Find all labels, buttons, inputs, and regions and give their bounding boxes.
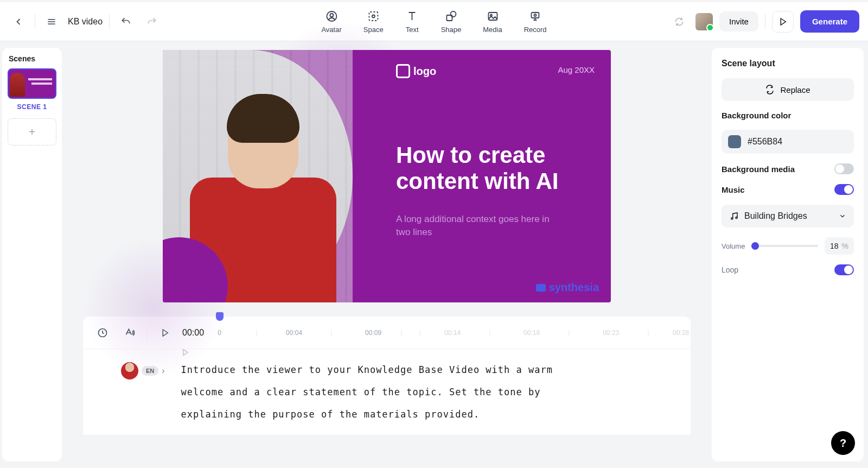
undo-icon: [120, 16, 131, 27]
svg-rect-9: [488, 12, 497, 20]
tool-label: Text: [406, 26, 419, 34]
play-icon: [778, 17, 788, 27]
svg-point-16: [731, 218, 733, 219]
bg-media-label: Background media: [722, 165, 795, 174]
timing-button[interactable]: [93, 323, 112, 343]
top-bar: KB video Avatar Space Text Shape Media: [0, 2, 868, 41]
svg-rect-11: [532, 12, 539, 18]
redo-button[interactable]: [142, 12, 162, 31]
music-icon: [729, 211, 739, 221]
volume-value-box[interactable]: 18 %: [825, 237, 854, 255]
bg-color-value: #556B84: [748, 137, 782, 147]
tool-label: Shape: [441, 26, 462, 34]
tool-label: Media: [483, 26, 502, 34]
music-label: Music: [722, 185, 745, 194]
timeline-panel: 00:00 0 00:04 00:09 00:14 00:18 00:23: [83, 317, 691, 435]
music-track-select[interactable]: Building Bridges: [722, 205, 854, 227]
tick: 00:18: [524, 329, 540, 337]
divider: [147, 325, 148, 340]
canvas-brand: synthesia: [536, 281, 599, 294]
playhead[interactable]: [216, 312, 224, 321]
sync-icon: [674, 16, 685, 27]
volume-unit: %: [842, 242, 848, 250]
sync-button[interactable]: [669, 12, 689, 31]
media-icon: [486, 10, 499, 23]
clock-icon: [97, 327, 108, 338]
generate-button[interactable]: Generate: [800, 10, 859, 33]
canvas-date[interactable]: Aug 20XX: [558, 65, 595, 74]
menu-button[interactable]: [42, 12, 61, 31]
replace-button[interactable]: Replace: [722, 78, 854, 101]
project-title[interactable]: KB video: [68, 17, 103, 27]
svg-point-12: [534, 14, 537, 16]
voice-button[interactable]: [120, 323, 139, 343]
tool-shape[interactable]: Shape: [441, 9, 462, 34]
timeline-ruler[interactable]: 0 00:04 00:09 00:14 00:18 00:23 00:28: [215, 317, 681, 349]
loop-toggle[interactable]: [834, 264, 854, 275]
redo-icon: [146, 16, 157, 27]
chevron-down-icon: [839, 212, 846, 220]
back-button[interactable]: [9, 12, 28, 31]
script-text[interactable]: Introduce the viewer to your Knowledge B…: [181, 359, 593, 425]
music-track-name: Building Bridges: [744, 211, 807, 221]
replace-label: Replace: [780, 85, 810, 94]
hamburger-icon: [46, 16, 57, 27]
svg-marker-13: [781, 18, 786, 25]
undo-button[interactable]: [116, 12, 136, 31]
tick: 00:09: [365, 329, 381, 337]
scene-canvas[interactable]: logo Aug 20XX How to create content with…: [163, 50, 611, 302]
invite-button[interactable]: Invite: [719, 11, 758, 31]
inspector-panel: Scene layout Replace Background color #5…: [712, 48, 864, 461]
tick: 0: [218, 329, 221, 337]
scenes-panel: Scenes SCENE 1 +: [2, 48, 62, 461]
canvas-subline[interactable]: A long additional context goes here in t…: [396, 213, 559, 239]
chevron-left-icon: [13, 16, 24, 27]
loop-label: Loop: [722, 265, 738, 274]
bg-media-toggle[interactable]: [834, 163, 854, 174]
volume-value: 18: [830, 242, 839, 250]
tool-text[interactable]: Text: [405, 9, 419, 34]
divider: [35, 14, 35, 29]
user-avatar[interactable]: [695, 13, 713, 30]
tick: 00:04: [286, 329, 302, 337]
music-toggle[interactable]: [834, 184, 854, 195]
svg-marker-15: [163, 330, 168, 336]
canvas-headline[interactable]: How to create content with AI: [396, 142, 602, 195]
marker-icon: [181, 348, 190, 357]
bg-color-picker[interactable]: #556B84: [722, 130, 854, 154]
canvas-area: logo Aug 20XX How to create content with…: [62, 41, 712, 468]
volume-slider[interactable]: [751, 245, 818, 247]
divider: [109, 14, 110, 29]
add-scene-button[interactable]: +: [8, 118, 56, 146]
bg-color-label: Background color: [722, 111, 854, 120]
scenes-title: Scenes: [7, 54, 35, 63]
space-icon: [367, 10, 380, 23]
color-swatch: [728, 135, 741, 148]
svg-point-17: [736, 217, 737, 219]
tool-record[interactable]: Record: [524, 9, 547, 34]
text-icon: [406, 10, 419, 23]
tool-media[interactable]: Media: [483, 9, 502, 34]
voice-icon: [124, 327, 135, 338]
divider: [765, 14, 765, 29]
volume-label: Volume: [722, 242, 745, 250]
canvas-logo[interactable]: logo: [396, 64, 436, 78]
preview-button[interactable]: [772, 11, 794, 33]
tool-label: Record: [524, 26, 547, 34]
tick: 00:23: [603, 329, 619, 337]
svg-point-6: [372, 15, 375, 18]
timeline-play-button[interactable]: [155, 323, 175, 343]
svg-point-4: [330, 14, 333, 17]
tick: 00:28: [673, 329, 689, 337]
svg-point-8: [450, 11, 456, 17]
timeline-current-time: 00:00: [182, 328, 204, 338]
record-icon: [529, 10, 542, 23]
tick: 00:14: [444, 329, 461, 337]
shape-icon: [444, 10, 457, 23]
play-icon: [160, 328, 170, 338]
swap-icon: [765, 85, 775, 94]
scene-thumbnail[interactable]: [8, 68, 56, 99]
scene-label: SCENE 1: [17, 103, 47, 111]
help-button[interactable]: ?: [831, 431, 855, 455]
scene-layout-title: Scene layout: [722, 59, 854, 68]
